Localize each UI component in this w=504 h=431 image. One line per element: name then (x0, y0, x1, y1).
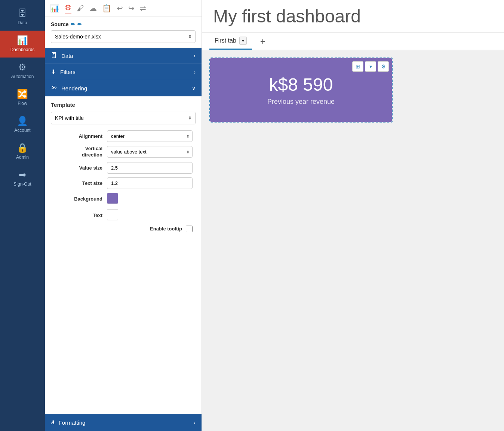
formatting-bar-label: Formatting (59, 419, 86, 426)
cloud-icon[interactable]: ☁ (89, 4, 97, 13)
sign-out-icon: ➡ (19, 170, 26, 179)
brush-icon[interactable]: 🖌 (77, 4, 84, 13)
alignment-select-wrapper: center left right (107, 130, 193, 142)
dashboards-icon: 📊 (17, 36, 28, 45)
sidebar-item-flow[interactable]: 🔀 Flow (0, 84, 45, 111)
source-edit-icon[interactable]: ✏ (71, 21, 75, 27)
sidebar-item-admin[interactable]: 🔒 Admin (0, 138, 45, 165)
tooltip-label: Enable tooltip (150, 226, 182, 232)
sidebar-label-dashboards: Dashboards (10, 47, 35, 52)
admin-icon: 🔒 (17, 143, 28, 152)
tab-add-label: + (260, 36, 265, 46)
source-select[interactable]: Sales-demo-en.xlsx (51, 30, 196, 43)
kpi-label: Previous year revenue (267, 98, 335, 106)
menu-filters-icon: ⬇ (51, 68, 56, 75)
sidebar-label-automation: Automation (11, 74, 34, 79)
template-section: Template KPI with title KPI only KPI wit… (45, 96, 202, 239)
tab-dropdown-btn[interactable]: ▾ (239, 37, 247, 45)
background-color-swatch[interactable] (107, 193, 118, 204)
enable-tooltip-checkbox[interactable] (186, 226, 193, 232)
text-size-label: Text size (54, 180, 102, 186)
menu-item-rendering[interactable]: 👁 Rendering ∨ (45, 80, 202, 96)
menu-item-filters[interactable]: ⬇ Filters › (45, 64, 202, 80)
kpi-value: k$8 590 (269, 74, 333, 95)
copy-icon[interactable]: 📋 (102, 4, 111, 13)
sidebar-label-account: Account (14, 128, 30, 133)
template-section-title: Template (51, 102, 196, 108)
kpi-grid-btn[interactable]: ⊞ (352, 61, 363, 72)
source-section: Source ✏ ✏ Sales-demo-en.xlsx (45, 17, 202, 48)
menu-item-data[interactable]: 🗄 Data › (45, 48, 202, 64)
kpi-settings-btn[interactable]: ⚙ (378, 61, 389, 72)
formatting-bar-icon: A (51, 419, 55, 426)
vertical-direction-select-wrapper: value above text value below text (107, 146, 193, 158)
source-label-text: Source (51, 21, 68, 27)
source-select-wrapper: Sales-demo-en.xlsx (51, 30, 196, 43)
menu-rendering-label: Rendering (61, 85, 87, 92)
menu-data-icon: 🗄 (51, 52, 57, 59)
formatting-bar-arrow: › (194, 419, 196, 425)
settings-panel: 📊 ⚙ 🖌 ☁ 📋 ↩ ↪ ⇌ Source ✏ ✏ Sales-demo-en… (45, 0, 202, 431)
sidebar-label-flow: Flow (18, 101, 27, 106)
menu-data-arrow: › (194, 53, 196, 59)
template-select[interactable]: KPI with title KPI only KPI with compari… (51, 112, 196, 124)
tabs-bar: First tab ▾ + (202, 33, 504, 50)
source-link-icon[interactable]: ✏ (77, 21, 82, 27)
text-color-swatch[interactable] (107, 209, 118, 220)
main-content: My first dashboard First tab ▾ + ⊞ ▾ ⚙ k… (202, 0, 504, 431)
menu-data-label: Data (61, 53, 73, 59)
redo-icon[interactable]: ↪ (128, 4, 135, 13)
menu-filters-label: Filters (60, 69, 76, 75)
kpi-dropdown-btn[interactable]: ▾ (365, 61, 376, 72)
sidebar-label-data: Data (18, 20, 27, 25)
tab-add-button[interactable]: + (255, 34, 271, 49)
sidebar-item-account[interactable]: 👤 Account (0, 111, 45, 138)
alignment-label: Alignment (54, 133, 102, 139)
form-grid: Alignment center left right Verticaldire… (51, 130, 196, 222)
sidebar-item-sign-out[interactable]: ➡ Sign-Out (0, 165, 45, 192)
sidebar-label-admin: Admin (16, 155, 29, 160)
vertical-direction-select[interactable]: value above text value below text (107, 146, 193, 158)
menu-rendering-icon: 👁 (51, 85, 57, 92)
automation-icon: ⚙ (18, 63, 27, 72)
sidebar: 🗄 Data 📊 Dashboards ⚙ Automation 🔀 Flow … (0, 0, 45, 431)
alignment-select[interactable]: center left right (107, 130, 193, 142)
dashboard-title: My first dashboard (213, 6, 493, 27)
flow-icon: 🔀 (17, 90, 28, 99)
undo-icon[interactable]: ↩ (117, 4, 123, 13)
value-size-input[interactable] (107, 162, 193, 174)
account-icon: 👤 (17, 117, 28, 125)
sidebar-item-automation[interactable]: ⚙ Automation (0, 58, 45, 84)
text-color-label: Text (54, 213, 102, 218)
panel-toolbar: 📊 ⚙ 🖌 ☁ 📋 ↩ ↪ ⇌ (45, 0, 202, 17)
data-icon: 🗄 (18, 9, 27, 18)
kpi-widget-toolbar: ⊞ ▾ ⚙ (352, 61, 389, 72)
background-label: Background (54, 196, 102, 202)
transfer-icon[interactable]: ⇌ (140, 4, 146, 13)
kpi-widget-container: ⊞ ▾ ⚙ k$8 590 Previous year revenue (209, 58, 393, 123)
source-label: Source ✏ ✏ (51, 21, 196, 27)
tab-first-tab-label: First tab (215, 37, 236, 44)
dashboard-canvas: ⊞ ▾ ⚙ k$8 590 Previous year revenue (202, 50, 504, 431)
text-size-input[interactable] (107, 177, 193, 189)
settings-icon[interactable]: ⚙ (65, 3, 71, 13)
template-select-wrapper: KPI with title KPI only KPI with compari… (51, 112, 196, 124)
dashboard-header: My first dashboard (202, 0, 504, 33)
sidebar-label-sign-out: Sign-Out (13, 182, 31, 187)
sidebar-item-dashboards[interactable]: 📊 Dashboards (0, 31, 45, 58)
formatting-bar[interactable]: A Formatting › (45, 414, 202, 431)
tab-first-tab[interactable]: First tab ▾ (209, 33, 252, 50)
menu-filters-arrow: › (194, 69, 196, 75)
bar-chart-icon[interactable]: 📊 (50, 4, 59, 13)
sidebar-item-data[interactable]: 🗄 Data (0, 4, 45, 31)
vertical-direction-label: Verticaldirection (54, 146, 102, 158)
value-size-label: Value size (54, 165, 102, 171)
menu-rendering-arrow: ∨ (192, 85, 196, 91)
